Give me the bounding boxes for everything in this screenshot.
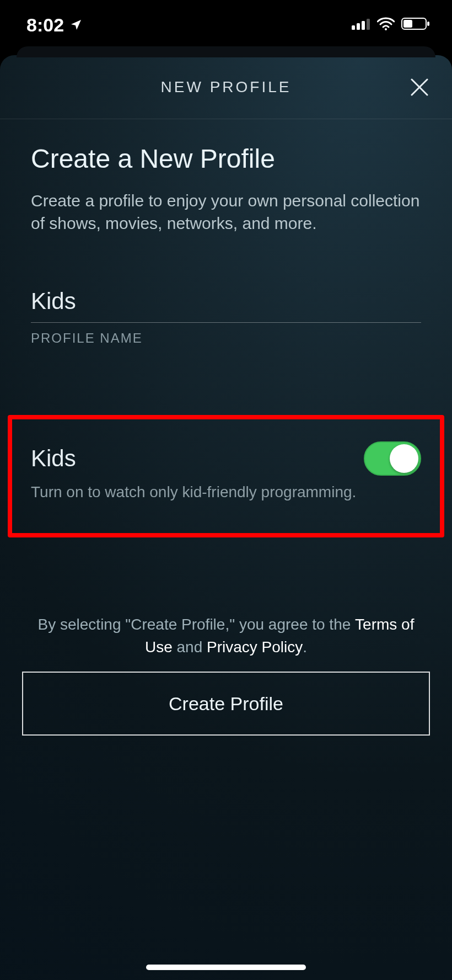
svg-rect-7 <box>403 20 412 28</box>
svg-rect-2 <box>362 21 365 30</box>
status-left: 8:02 <box>26 14 83 36</box>
profile-name-label: PROFILE NAME <box>31 331 421 346</box>
home-indicator[interactable] <box>146 965 306 970</box>
profile-name-input[interactable] <box>31 285 421 323</box>
svg-point-4 <box>385 28 387 30</box>
cellular-signal-icon <box>352 18 370 32</box>
kids-toggle-row: Kids <box>31 441 421 476</box>
status-time: 8:02 <box>26 14 64 36</box>
create-profile-button[interactable]: Create Profile <box>22 672 430 736</box>
legal-and: and <box>173 638 207 656</box>
location-arrow-icon <box>69 14 83 36</box>
legal-suffix: . <box>303 638 307 656</box>
switch-knob <box>390 444 418 473</box>
status-right <box>352 17 430 33</box>
close-button[interactable] <box>403 71 435 103</box>
page-heading: Create a New Profile <box>31 143 421 174</box>
svg-rect-0 <box>352 25 355 30</box>
profile-name-field: PROFILE NAME <box>31 285 421 346</box>
sheet-title: NEW PROFILE <box>161 78 292 96</box>
privacy-policy-link[interactable]: Privacy Policy <box>207 638 303 656</box>
page-subheading: Create a profile to enjoy your own perso… <box>31 189 421 235</box>
sheet-header: NEW PROFILE <box>0 55 452 119</box>
close-icon <box>408 76 431 98</box>
new-profile-sheet: NEW PROFILE Create a New Profile Create … <box>0 55 452 980</box>
kids-toggle-description: Turn on to watch only kid-friendly progr… <box>31 483 421 501</box>
kids-toggle-label: Kids <box>31 445 76 472</box>
battery-icon <box>401 17 430 33</box>
svg-rect-6 <box>427 22 429 26</box>
sheet-body: Create a New Profile Create a profile to… <box>0 119 452 346</box>
svg-rect-3 <box>367 19 370 30</box>
wifi-icon <box>377 17 395 33</box>
status-bar: 8:02 <box>0 0 452 50</box>
svg-rect-1 <box>357 23 360 30</box>
kids-toggle-switch[interactable] <box>364 441 421 476</box>
kids-toggle-section: Kids Turn on to watch only kid-friendly … <box>31 441 421 501</box>
bottom-block: By selecting "Create Profile," you agree… <box>22 614 430 736</box>
legal-prefix: By selecting "Create Profile," you agree… <box>38 616 356 633</box>
legal-text: By selecting "Create Profile," you agree… <box>22 614 430 658</box>
create-profile-label: Create Profile <box>169 693 283 715</box>
